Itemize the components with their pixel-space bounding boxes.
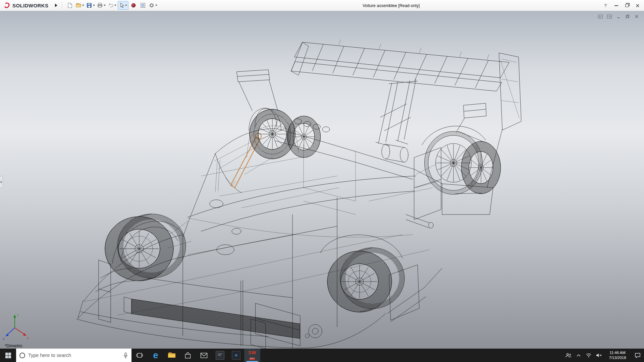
- brand-text: SOLIDWORKS: [12, 3, 48, 8]
- windows-taskbar: e SW 2017: [0, 349, 644, 362]
- close-button[interactable]: [633, 2, 642, 10]
- solidworks-app-icon: SW 2017: [248, 350, 256, 360]
- taskbar-clock[interactable]: 11:46 AM 7/13/2018: [604, 349, 631, 362]
- taskbar-app-mail[interactable]: [196, 349, 212, 362]
- taskbar-app-file-explorer[interactable]: [164, 349, 180, 362]
- open-button[interactable]: [75, 1, 85, 10]
- window-controls: ?: [601, 0, 642, 11]
- app-titlebar: SOLIDWORKS: [0, 0, 644, 11]
- wifi-icon: [586, 353, 592, 358]
- front-left-wheel[interactable]: [105, 214, 186, 281]
- system-tray: 11:46 AM 7/13/2018: [564, 349, 644, 362]
- car-wireframe-model[interactable]: Y X Z: [0, 11, 644, 349]
- new-document-button[interactable]: [65, 1, 74, 10]
- close-icon: [636, 4, 640, 8]
- taskbar-app-6[interactable]: [228, 349, 244, 362]
- radiator-mesh: [131, 299, 300, 339]
- properties-list-icon: [140, 2, 146, 8]
- store-bag-icon: [184, 352, 191, 359]
- print-dropdown-arrow[interactable]: [104, 5, 106, 6]
- undo-dropdown-arrow[interactable]: [114, 5, 116, 6]
- view-orientation-label: *Dimetric: [5, 343, 22, 348]
- taskbar-app-5[interactable]: [212, 349, 228, 362]
- undo-button[interactable]: [107, 1, 117, 10]
- doc-restore-icon[interactable]: [625, 14, 630, 19]
- clock-time: 11:46 AM: [609, 350, 626, 355]
- people-button[interactable]: [564, 349, 574, 362]
- front-right-wheel[interactable]: [250, 109, 321, 159]
- windows-logo-icon: [5, 353, 11, 358]
- doc-close-icon[interactable]: [634, 14, 639, 19]
- taskbar-app-store[interactable]: [180, 349, 196, 362]
- tray-overflow-button[interactable]: [574, 349, 584, 362]
- clock-date: 7/13/2018: [609, 355, 626, 360]
- standard-toolbar: [65, 1, 158, 10]
- maximize-button[interactable]: [623, 2, 631, 10]
- appearance-button[interactable]: [129, 1, 138, 10]
- chassis-body-group[interactable]: [76, 70, 502, 349]
- undo-icon: [108, 2, 114, 8]
- chevron-up-icon: [576, 354, 581, 357]
- taskbar-app-solidworks[interactable]: SW 2017: [244, 349, 260, 362]
- appearance-sphere-icon: [130, 2, 137, 8]
- microphone-icon[interactable]: [123, 352, 128, 359]
- save-button[interactable]: [86, 1, 96, 10]
- open-dropdown-arrow[interactable]: [82, 5, 84, 6]
- options-button[interactable]: [148, 1, 158, 10]
- options-dropdown-arrow[interactable]: [155, 5, 157, 6]
- ds-logo-icon: [4, 2, 11, 9]
- properties-button[interactable]: [139, 1, 147, 10]
- taskbar-app-edge[interactable]: e: [148, 349, 164, 362]
- open-folder-icon: [75, 2, 82, 8]
- people-icon: [565, 353, 572, 358]
- select-dropdown-arrow[interactable]: [125, 5, 127, 6]
- toolbar-separator: [62, 2, 62, 9]
- file-explorer-icon: [168, 352, 176, 359]
- document-window-controls: [597, 14, 639, 19]
- save-dropdown-arrow[interactable]: [93, 5, 95, 6]
- task-view-icon: [136, 352, 143, 358]
- solidworks-logo: SOLIDWORKS: [0, 2, 48, 9]
- dark-app-icon-2: [232, 351, 240, 360]
- volume-button[interactable]: [594, 349, 604, 362]
- help-button[interactable]: ?: [601, 2, 610, 10]
- gear-icon: [149, 2, 155, 8]
- rear-right-wheel[interactable]: [425, 131, 501, 194]
- axis-x-label: X: [27, 337, 29, 340]
- document-title: Voiture assemblee [Read-only]: [363, 0, 420, 11]
- print-icon: [97, 2, 103, 8]
- axis-z-label: Z: [3, 337, 5, 341]
- search-input[interactable]: [28, 353, 120, 358]
- new-document-icon: [67, 2, 73, 8]
- task-view-button[interactable]: [131, 349, 148, 362]
- start-button[interactable]: [0, 349, 16, 362]
- axis-y-label: Y: [17, 314, 19, 317]
- dark-app-icon-1: [216, 351, 224, 360]
- dock-left-icon[interactable]: [597, 14, 603, 19]
- rear-wing-group[interactable]: [291, 40, 521, 146]
- select-tool-button[interactable]: [118, 1, 128, 10]
- doc-minimize-icon[interactable]: [615, 14, 621, 19]
- cortana-icon[interactable]: [19, 353, 25, 358]
- speaker-muted-icon: [596, 353, 602, 358]
- minimize-button[interactable]: [612, 2, 621, 10]
- rear-left-wheel[interactable]: [327, 248, 405, 312]
- graphics-viewport[interactable]: Y X Z *Dimetric: [0, 11, 644, 349]
- save-floppy-icon: [86, 2, 92, 8]
- mail-envelope-icon: [200, 353, 208, 358]
- edge-icon: e: [153, 351, 158, 360]
- network-button[interactable]: [584, 349, 594, 362]
- taskbar-search-box[interactable]: [16, 349, 131, 362]
- feature-tree-collapsed-tab[interactable]: [0, 176, 3, 188]
- menu-expand-arrow[interactable]: [53, 2, 59, 9]
- print-button[interactable]: [96, 1, 106, 10]
- dock-right-icon[interactable]: [606, 14, 612, 19]
- select-cursor-icon: [119, 2, 124, 8]
- notification-icon: [635, 353, 641, 358]
- orientation-triad: Y X Z: [3, 314, 29, 341]
- action-center-button[interactable]: [631, 349, 644, 362]
